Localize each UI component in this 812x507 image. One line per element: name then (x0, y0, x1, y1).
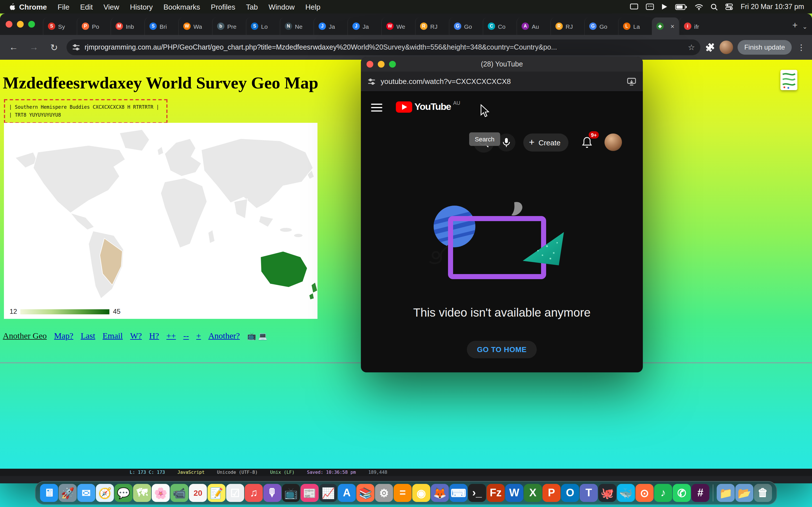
page-link[interactable]: Last (81, 331, 95, 341)
extensions-icon[interactable]: 🧩 (705, 43, 715, 52)
minimize-window-button[interactable] (17, 21, 24, 27)
dock-filezilla-icon[interactable]: Fz (487, 484, 505, 502)
dock-postman-icon[interactable]: ⊙ (636, 484, 654, 502)
dock-word-icon[interactable]: W (505, 484, 523, 502)
dock-github-icon[interactable]: 🐙 (598, 484, 616, 502)
finish-update-button[interactable]: Finish update (738, 40, 792, 55)
page-link[interactable]: Another Geo (3, 331, 47, 341)
browser-tab[interactable]: SSy (43, 17, 77, 35)
dock-launchpad-icon[interactable]: 🚀 (59, 484, 77, 502)
dock-safari-icon[interactable]: 🧭 (96, 484, 114, 502)
menu-item-history[interactable]: History (130, 3, 153, 11)
dock-reminders-icon[interactable]: ☑ (226, 484, 244, 502)
youtube-titlebar[interactable]: (28) YouTube (361, 57, 643, 71)
browser-tab[interactable]: iifr (679, 17, 713, 35)
dock-maps-icon[interactable]: 🗺 (133, 484, 151, 502)
apple-logo-icon[interactable] (8, 3, 16, 11)
menu-item-view[interactable]: View (103, 3, 119, 11)
wifi-icon[interactable] (695, 4, 703, 10)
create-button[interactable]: + Create (523, 133, 568, 152)
keyboard-icon[interactable] (646, 3, 654, 10)
url-text[interactable]: youtube.com/watch?v=CXCXCXCXCX8 (380, 77, 622, 86)
browser-tab[interactable]: JJa (313, 17, 347, 35)
browser-tab[interactable]: SBri (144, 17, 178, 35)
account-avatar[interactable] (605, 133, 622, 151)
dock-slack-icon[interactable]: # (691, 484, 709, 502)
browser-tab[interactable]: SLo (246, 17, 280, 35)
menu-item-tab[interactable]: Tab (246, 3, 258, 11)
menu-item-profiles[interactable]: Profiles (211, 3, 236, 11)
dock-trash-icon[interactable]: 🗑 (754, 484, 772, 502)
browser-tab[interactable]: MInb (110, 17, 144, 35)
screen-mirroring-icon[interactable] (630, 3, 639, 10)
page-link[interactable]: + (196, 331, 201, 341)
browser-tab[interactable]: NNe (280, 17, 313, 35)
dock-whatsapp-icon[interactable]: ✆ (673, 484, 691, 502)
control-center-icon[interactable] (725, 3, 733, 10)
browser-tab[interactable]: WWa (178, 17, 212, 35)
back-button[interactable]: ← (6, 40, 21, 55)
dock-podcasts-icon[interactable]: 🎙 (263, 484, 282, 502)
dock-folder-projects-icon[interactable]: 📁 (717, 484, 735, 502)
zoom-window-button[interactable] (389, 61, 396, 68)
menu-hamburger-icon[interactable] (371, 104, 382, 112)
close-window-button[interactable] (366, 61, 373, 68)
youtube-logo[interactable]: YouTube AU (396, 101, 460, 113)
browser-tab[interactable]: RRJ (415, 17, 449, 35)
browser-menu-icon[interactable]: ⋮ (796, 43, 806, 52)
browser-tab[interactable]: RRJ (550, 17, 584, 35)
play-icon[interactable] (662, 3, 668, 10)
save-to-device-icon[interactable] (627, 77, 636, 86)
dock-app-store-icon[interactable]: A (338, 484, 356, 502)
dock-calendar-icon[interactable]: 20 (189, 484, 207, 502)
dock-spotify-icon[interactable]: ♪ (654, 484, 672, 502)
forward-button[interactable]: → (26, 40, 42, 55)
dock-tv-icon[interactable]: 📺 (282, 484, 300, 502)
dock-music-icon[interactable]: ♫ (245, 484, 263, 502)
menu-bar-clock[interactable]: Fri 20 Mar 10:37 pm (741, 3, 804, 11)
menu-item-edit[interactable]: Edit (80, 3, 93, 11)
dock-teams-icon[interactable]: T (580, 484, 598, 502)
browser-tab[interactable]: ◈× (652, 17, 679, 35)
dock-powerpoint-icon[interactable]: P (543, 484, 560, 502)
close-window-button[interactable] (6, 21, 12, 27)
zoom-window-button[interactable] (28, 21, 35, 27)
browser-tab[interactable]: JJa (347, 17, 381, 35)
dock-books-icon[interactable]: 📚 (356, 484, 374, 502)
browser-tab[interactable]: LLa (618, 17, 652, 35)
dock-excel-icon[interactable]: X (524, 484, 542, 502)
dock-firefox-icon[interactable]: 🦊 (431, 484, 449, 502)
dock-chrome-icon[interactable]: ◉ (412, 484, 430, 502)
site-settings-icon[interactable] (72, 43, 80, 51)
dock-outlook-icon[interactable]: O (561, 484, 579, 502)
map-australia[interactable] (260, 251, 307, 287)
dock-docker-icon[interactable]: 🐳 (617, 484, 635, 502)
dock-facetime-icon[interactable]: 📹 (170, 484, 188, 502)
menu-item-bookmarks[interactable]: Bookmarks (163, 3, 200, 11)
geo-chart[interactable]: 12 45 (4, 123, 317, 319)
map-new-zealand[interactable] (311, 282, 317, 293)
page-corner-thumbnail[interactable] (780, 70, 797, 90)
spotlight-search-icon[interactable] (711, 3, 718, 10)
dock-news-icon[interactable]: 📰 (301, 484, 319, 502)
menu-item-chrome[interactable]: Chrome (19, 3, 47, 11)
tab-close-icon[interactable]: × (670, 22, 674, 30)
reload-button[interactable]: ↻ (46, 40, 62, 55)
browser-tab[interactable]: PPo (77, 17, 110, 35)
page-link[interactable]: Another? (208, 331, 240, 341)
address-bar[interactable]: rjmprogramming.com.au/PHP/GeoChart/geo_c… (66, 40, 701, 55)
go-to-home-button[interactable]: GO TO HOME (467, 341, 537, 358)
url-text[interactable]: rjmprogramming.com.au/PHP/GeoChart/geo_c… (85, 43, 683, 51)
profile-avatar[interactable] (719, 41, 733, 54)
bookmark-star-icon[interactable]: ☆ (688, 43, 695, 52)
page-link[interactable]: Map? (54, 331, 73, 341)
youtube-address-bar[interactable]: youtube.com/watch?v=CXCXCXCXCX8 (361, 71, 643, 92)
dock-terminal-icon[interactable]: ›_ (468, 484, 486, 502)
page-link[interactable]: -- (183, 331, 189, 341)
page-link[interactable]: W? (130, 331, 142, 341)
site-settings-icon[interactable] (368, 77, 375, 86)
browser-tab[interactable]: AAu (516, 17, 550, 35)
dock-mail-icon[interactable]: ✉ (77, 484, 95, 502)
dock-calculator-icon[interactable]: = (394, 484, 412, 502)
map-new-zealand[interactable] (309, 293, 314, 300)
